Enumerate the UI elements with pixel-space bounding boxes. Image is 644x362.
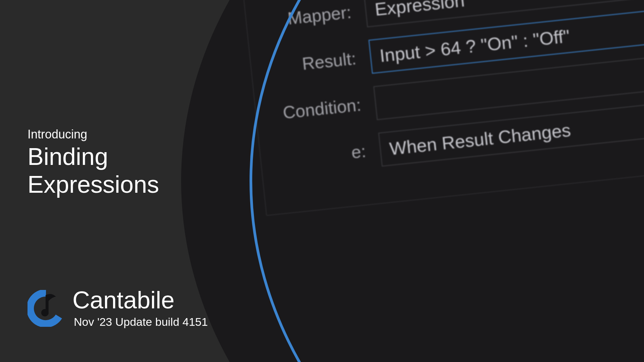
intro-title-line-2: Expressions xyxy=(28,171,159,198)
cantabile-logo-icon xyxy=(28,290,64,327)
screenshot-panel: Mapping Mapper: Expression Result: Input… xyxy=(181,0,644,362)
mapping-groupbox: Mapping Mapper: Expression Result: Input… xyxy=(242,0,644,216)
intro-panel: Introducing Binding Expressions xyxy=(28,127,159,198)
result-label: Result: xyxy=(265,49,357,78)
fire-label: e: xyxy=(274,141,367,171)
mapper-label: Mapper: xyxy=(260,2,352,31)
intro-title-line-1: Binding xyxy=(28,143,159,171)
settings-dialog: Mapping Mapper: Expression Result: Input… xyxy=(213,0,644,362)
condition-label: Condition: xyxy=(269,95,362,124)
intro-kicker: Introducing xyxy=(28,127,159,141)
